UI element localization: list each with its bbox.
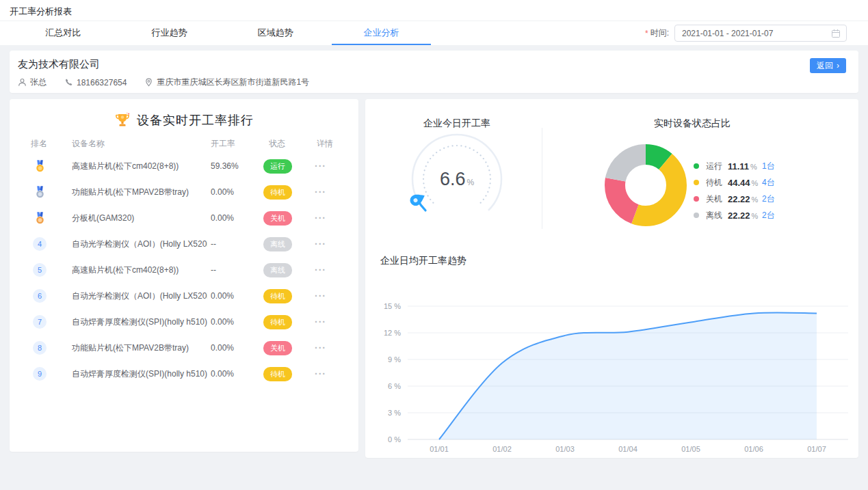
legend-dot: [694, 163, 699, 169]
device-name: 分板机(GAM320): [72, 205, 207, 231]
device-status-donut: [598, 137, 694, 233]
svg-text:6 %: 6 %: [388, 382, 401, 390]
device-rate: 0.00%: [211, 179, 234, 205]
legend-item-off[interactable]: 关机 22.22% 2台: [694, 191, 844, 207]
required-mark: *: [645, 29, 648, 38]
rank-number: 7: [33, 315, 47, 329]
status-badge: 离线: [263, 237, 292, 251]
table-row: 7 自动焊膏厚度检测仪(SPI)(holly h510) 0.00% 待机 ··…: [10, 309, 358, 335]
ranking-rows: 高速贴片机(松下cm402(8+8)) 59.36% 运行 ··· 功能贴片机(…: [10, 153, 358, 387]
tab-summary-compare[interactable]: 汇总对比: [10, 21, 116, 45]
table-row: 6 自动光学检测仪（AOI）(Holly LX520iL) 0.00% 待机 ·…: [10, 283, 358, 309]
legend-unit: %: [752, 195, 759, 204]
top-bar: 开工率分析报表 汇总对比 行业趋势 区域趋势 企业分析 * 时间: 2021-0…: [0, 0, 868, 45]
device-rate: 0.00%: [211, 361, 234, 387]
device-name: 自动光学检测仪（AOI）(Holly LX520iL): [72, 283, 207, 309]
table-row: 高速贴片机(松下cm402(8+8)) 59.36% 运行 ···: [10, 153, 358, 179]
legend-label: 关机: [706, 193, 728, 205]
svg-text:01/04: 01/04: [618, 445, 637, 453]
trend-title: 企业日均开工率趋势: [380, 255, 466, 267]
row-detail-menu[interactable]: ···: [315, 257, 326, 283]
rank-number: 5: [33, 263, 47, 277]
silver-medal-icon: [34, 186, 46, 199]
calendar-icon: [831, 29, 841, 38]
daily-rate-trend: 0 %3 %6 %9 %12 %15 %01/0101/0201/0301/04…: [379, 289, 851, 456]
row-detail-menu[interactable]: ···: [315, 231, 326, 257]
status-badge: 待机: [263, 315, 292, 329]
col-detail: 详情: [317, 138, 333, 150]
col-status: 状态: [269, 138, 285, 150]
rank-cell: 7: [26, 309, 53, 335]
company-name: 友为技术有限公司: [18, 58, 100, 71]
device-name: 功能贴片机(松下MPAV2B带tray): [72, 179, 207, 205]
row-detail-menu[interactable]: ···: [315, 283, 326, 309]
chevron-right-icon: ›: [837, 62, 839, 70]
device-name: 自动焊膏厚度检测仪(SPI)(holly h510): [72, 361, 207, 387]
rank-number: 8: [33, 341, 47, 355]
col-device-name: 设备名称: [72, 138, 105, 150]
company-info-bar: 友为技术有限公司 张总 18166327654 重庆市重庆城区长寿区新市街道新民…: [10, 51, 858, 93]
svg-text:01/02: 01/02: [492, 445, 512, 453]
date-range-input[interactable]: 2021-01-01 - 2021-01-07: [674, 25, 847, 42]
legend-count[interactable]: 2台: [762, 193, 775, 205]
donut-legend: 运行 11.11% 1台 待机 44.44% 4台 关机 22.22% 2台 离…: [694, 158, 844, 223]
table-row: 9 自动焊膏厚度检测仪(SPI)(holly h510) 0.00% 待机 ··…: [10, 361, 358, 387]
row-detail-menu[interactable]: ···: [315, 309, 326, 335]
ranking-column-headers: 排名 设备名称 开工率 状态 详情: [10, 138, 358, 152]
gauge-unit: %: [466, 178, 474, 187]
svg-text:15 %: 15 %: [384, 302, 401, 310]
rank-number: 4: [33, 237, 47, 251]
legend-count[interactable]: 4台: [762, 177, 775, 189]
vertical-divider: [542, 128, 542, 229]
legend-count[interactable]: 1台: [762, 161, 775, 172]
legend-unit: %: [750, 163, 757, 171]
tab-industry-trend[interactable]: 行业趋势: [116, 21, 222, 45]
charts-card: 企业今日开工率 实时设备状态占比 6.6 % 运行 11.11% 1台 待机 4…: [365, 99, 858, 458]
tab-enterprise-analysis[interactable]: 企业分析: [328, 21, 434, 45]
rank-cell: 5: [26, 257, 53, 283]
tab-bar: 汇总对比 行业趋势 区域趋势 企业分析: [10, 21, 434, 45]
row-detail-menu[interactable]: ···: [315, 153, 326, 179]
status-badge: 关机: [263, 211, 292, 226]
legend-count[interactable]: 2台: [762, 210, 775, 221]
svg-text:01/01: 01/01: [430, 445, 449, 453]
rank-cell: 6: [26, 283, 53, 309]
line-chart: 0 %3 %6 %9 %12 %15 %01/0101/0201/0301/04…: [379, 289, 851, 456]
device-rate: --: [211, 231, 216, 257]
device-rate: --: [211, 257, 216, 283]
device-rate: 0.00%: [211, 205, 234, 231]
rank-number: 6: [33, 289, 47, 303]
device-ranking-card: 设备实时开工率排行 排名 设备名称 开工率 状态 详情 高速贴片机(松下cm40…: [10, 99, 358, 452]
row-detail-menu[interactable]: ···: [315, 335, 326, 361]
row-detail-menu[interactable]: ···: [315, 361, 326, 387]
gauge-value: 6.6 %: [402, 124, 512, 234]
gauge-number: 6.6: [440, 169, 466, 190]
legend-item-offline[interactable]: 离线 22.22% 2台: [694, 207, 844, 223]
time-filter-label: 时间:: [650, 27, 669, 39]
col-rank: 排名: [31, 138, 47, 150]
rank-number: 9: [33, 367, 47, 381]
back-button[interactable]: 返回 ›: [810, 58, 846, 73]
device-name: 高速贴片机(松下cm402(8+8)): [72, 257, 207, 283]
donut-title: 实时设备状态占比: [610, 118, 774, 130]
legend-dot: [694, 213, 699, 218]
svg-text:0 %: 0 %: [388, 435, 401, 444]
person-icon: [18, 78, 27, 87]
legend-label: 待机: [706, 177, 728, 189]
ranking-header: 设备实时开工率排行: [10, 99, 358, 128]
device-rate: 59.36%: [211, 153, 239, 179]
tab-region-trend[interactable]: 区域趋势: [222, 21, 328, 45]
trophy-icon: [114, 112, 131, 128]
legend-item-run[interactable]: 运行 11.11% 1台: [694, 158, 844, 174]
contact-name: 张总: [30, 77, 47, 88]
phone-item: 18166327654: [64, 78, 127, 87]
time-filter: * 时间: 2021-01-01 - 2021-01-07: [645, 25, 847, 42]
phone-number: 18166327654: [77, 78, 127, 87]
device-name: 自动光学检测仪（AOI）(Holly LX520iL): [72, 231, 207, 257]
legend-label: 离线: [706, 210, 728, 221]
legend-item-standby[interactable]: 待机 44.44% 4台: [694, 174, 844, 191]
svg-text:01/07: 01/07: [807, 445, 826, 453]
row-detail-menu[interactable]: ···: [315, 205, 326, 231]
status-badge: 待机: [263, 289, 292, 303]
row-detail-menu[interactable]: ···: [315, 179, 326, 205]
